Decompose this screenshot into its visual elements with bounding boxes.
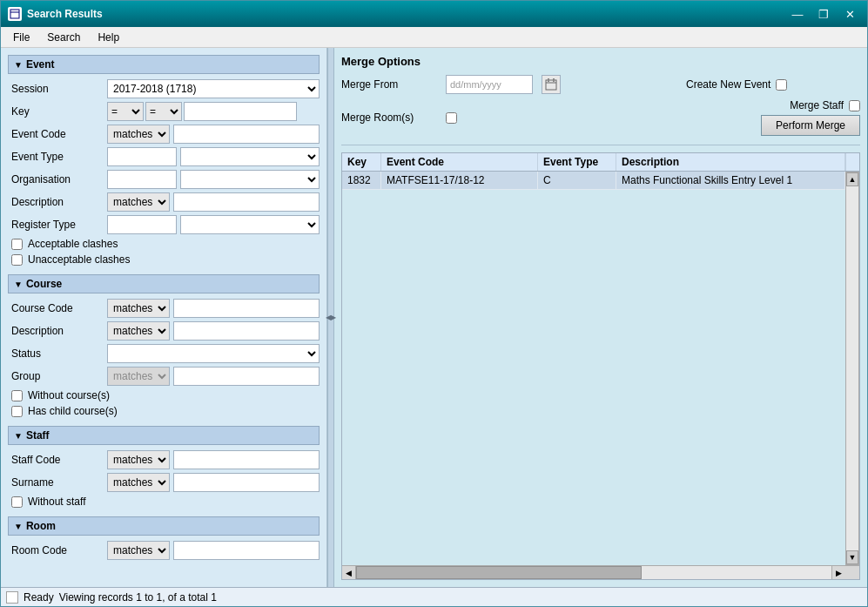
organisation-input[interactable] — [107, 170, 177, 189]
table-row[interactable]: 1832 MATFSE11-17/18-12 C Maths Functiona… — [342, 172, 845, 190]
cell-event-type: C — [538, 172, 616, 189]
status-message: Viewing records 1 to 1, of a total 1 — [59, 591, 217, 604]
course-description-row: Description matches — [8, 321, 320, 341]
col-header-event-code: Event Code — [381, 153, 538, 171]
surname-input[interactable] — [173, 473, 320, 492]
calendar-button[interactable] — [542, 75, 561, 94]
organisation-label: Organisation — [8, 173, 104, 185]
organisation-select[interactable] — [180, 170, 320, 189]
menu-search[interactable]: Search — [38, 30, 89, 45]
close-button[interactable]: ✕ — [839, 5, 860, 23]
app-icon — [8, 7, 22, 21]
merge-staff-group: Merge Staff Perform Merge — [686, 99, 860, 136]
register-type-select[interactable] — [180, 215, 320, 234]
event-section-header[interactable]: ▼ Event — [8, 55, 320, 74]
register-type-input[interactable] — [107, 215, 177, 234]
event-type-input[interactable] — [107, 147, 177, 166]
without-staff-checkbox[interactable] — [11, 496, 23, 508]
course-section-header[interactable]: ▼ Course — [8, 274, 320, 293]
hscroll-corner — [845, 566, 859, 579]
session-label: Session — [8, 83, 104, 95]
hscroll-track — [356, 566, 831, 579]
event-code-row: Event Code matches — [8, 125, 320, 144]
room-section-header[interactable]: ▼ Room — [8, 516, 320, 536]
room-section: ▼ Room Room Code matches — [8, 516, 320, 560]
cell-event-code: MATFSE11-17/18-12 — [381, 172, 538, 189]
merge-date-input[interactable] — [446, 75, 533, 94]
left-panel: ▼ Event Session 2017-2018 (1718) Key — [1, 48, 327, 587]
menu-file[interactable]: File — [4, 30, 38, 45]
description-input[interactable] — [173, 192, 320, 212]
minimize-button[interactable]: — — [787, 5, 808, 23]
course-code-row: Course Code matches — [8, 299, 320, 318]
cell-key: 1832 — [342, 172, 381, 189]
key-op-select2[interactable]: =≠ — [145, 102, 182, 121]
status-label: Status — [8, 347, 104, 360]
merge-staff-checkbox[interactable] — [849, 100, 860, 111]
room-code-matches-select[interactable]: matches — [107, 541, 170, 560]
course-description-input[interactable] — [173, 321, 320, 341]
main-window: Search Results — ❐ ✕ File Search Help ▼ … — [0, 0, 868, 607]
course-code-matches-select[interactable]: matches — [107, 299, 170, 318]
has-child-courses-row: Has child course(s) — [8, 405, 320, 417]
grid-hscroll-row: ◀ ▶ — [342, 565, 859, 579]
merge-rooms-row: Merge Room(s) Merge Staff Perform Merge — [341, 99, 860, 136]
group-input[interactable] — [173, 367, 320, 386]
staff-code-matches-select[interactable]: matches — [107, 450, 170, 469]
staff-collapse-icon: ▼ — [14, 431, 23, 441]
vscroll-up-button[interactable]: ▲ — [846, 172, 858, 186]
key-label: Key — [8, 105, 104, 118]
perform-merge-button[interactable]: Perform Merge — [761, 115, 860, 136]
window-title: Search Results — [27, 8, 782, 20]
restore-button[interactable]: ❐ — [813, 5, 834, 23]
staff-code-input[interactable] — [173, 450, 320, 469]
acceptable-clashes-checkbox[interactable] — [11, 239, 23, 250]
calendar-icon — [545, 78, 557, 91]
svg-rect-5 — [553, 78, 555, 82]
description-matches-select[interactable]: matches — [107, 192, 170, 212]
hscroll-thumb[interactable] — [356, 566, 642, 579]
register-type-row: Register Type — [8, 215, 320, 234]
event-section: ▼ Event Session 2017-2018 (1718) Key — [8, 55, 320, 266]
session-select[interactable]: 2017-2018 (1718) — [107, 79, 320, 98]
group-label: Group — [8, 370, 104, 382]
left-scroll-area[interactable]: ▼ Event Session 2017-2018 (1718) Key — [1, 48, 326, 587]
surname-row: Surname matches — [8, 473, 320, 492]
create-new-event-checkbox[interactable] — [776, 79, 787, 91]
col-header-event-type: Event Type — [538, 153, 616, 171]
staff-section-header[interactable]: ▼ Staff — [8, 426, 320, 445]
status-select[interactable] — [107, 344, 320, 363]
event-code-input[interactable] — [173, 125, 320, 144]
panel-splitter[interactable]: ◀▶ — [327, 48, 334, 587]
hscroll-left-button[interactable]: ◀ — [342, 566, 356, 579]
hscroll-right-button[interactable]: ▶ — [831, 566, 845, 579]
status-ready: Ready — [24, 591, 54, 604]
create-new-event-group: Create New Event — [686, 78, 860, 91]
event-code-matches-select[interactable]: matches — [107, 125, 170, 144]
merge-divider — [341, 145, 860, 145]
room-code-input[interactable] — [173, 541, 320, 560]
event-type-select[interactable] — [180, 147, 320, 166]
room-collapse-icon: ▼ — [14, 522, 23, 531]
group-row: Group matches — [8, 367, 320, 386]
col-header-key: Key — [342, 153, 381, 171]
course-collapse-icon: ▼ — [14, 280, 23, 289]
menu-help[interactable]: Help — [89, 30, 128, 45]
vscroll-down-button[interactable]: ▼ — [846, 550, 858, 564]
without-courses-checkbox[interactable] — [11, 390, 23, 401]
course-code-input[interactable] — [173, 299, 320, 318]
event-type-row: Event Type — [8, 147, 320, 166]
merge-rooms-checkbox[interactable] — [446, 112, 457, 124]
key-input[interactable]: 1832 — [184, 102, 297, 121]
course-description-label: Description — [8, 325, 104, 337]
key-op-select[interactable]: =≠<> — [107, 102, 144, 121]
grid-vscroll[interactable]: ▲ ▼ — [845, 172, 859, 565]
description-label: Description — [8, 196, 104, 208]
surname-matches-select[interactable]: matches — [107, 473, 170, 492]
course-description-matches-select[interactable]: matches — [107, 321, 170, 341]
merge-from-row: Merge From Create New Event — [341, 75, 860, 94]
session-row: Session 2017-2018 (1718) — [8, 79, 320, 98]
group-matches-select[interactable]: matches — [107, 367, 170, 386]
unacceptable-clashes-checkbox[interactable] — [11, 254, 23, 266]
has-child-courses-checkbox[interactable] — [11, 406, 23, 417]
